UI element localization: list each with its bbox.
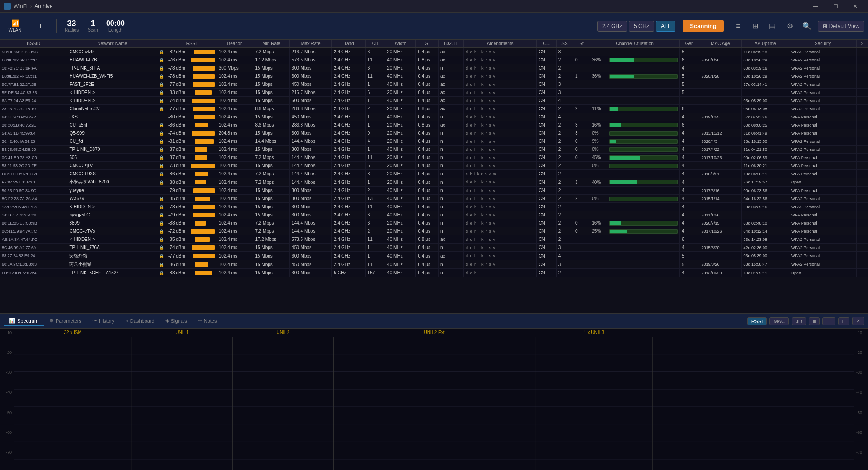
cell-ss: 2 [556, 178, 573, 187]
col-header-beacon[interactable]: Beacon [217, 40, 253, 48]
bottom-panel: 📊 Spectrum ⚙ Parameters 〜 History ○ Dash… [0, 313, 868, 470]
col-header-ch[interactable]: CH [365, 40, 385, 48]
cell-band: 2.4 GHz [332, 260, 365, 269]
rssi-view-button[interactable]: RSSI [747, 317, 767, 325]
tab-notes[interactable]: ✏ Notes [193, 316, 222, 326]
cell-beacon: 102.4 ms [217, 48, 253, 56]
search-icon[interactable]: 🔍 [800, 19, 814, 33]
cell-minrate: 8.6 Mbps [253, 121, 290, 129]
cell-bssid: 68:77:24:83:E9:24 [0, 252, 67, 260]
col-header-gen[interactable]: Gen [679, 40, 699, 48]
cell-macage [699, 64, 741, 72]
tab-parameters[interactable]: ⚙ Parameters [44, 316, 87, 326]
cell-bssid: 28:C0:1B:40:75:2E [0, 121, 67, 129]
y-axis-labels-right: -10 -20 -30 -40 -50 -60 -70 -80 -90 [854, 329, 868, 470]
table-row[interactable]: 5C:DE:34:BC:83:56 CMCC-wlz9 🔒 -82 dBm 10… [0, 48, 868, 56]
table-row[interactable]: 30:42:40:4A:54:28 CU_fkt 🔒 -81 dBm 102.4… [0, 137, 868, 146]
cell-ss: 2 [556, 154, 573, 162]
freq-all-button[interactable]: ALL [656, 21, 675, 32]
columns-icon[interactable]: ▤ [765, 19, 780, 33]
col-header-maxrate[interactable]: Max Rate [290, 40, 332, 48]
cell-beacon: 102.4 ms [217, 252, 253, 260]
maximize-button[interactable]: ☐ [826, 0, 844, 13]
rssi-bar [195, 123, 208, 127]
cell-security: Open [789, 178, 857, 187]
cell-util: 0% [590, 146, 680, 154]
cell-network: 8809 [67, 219, 157, 227]
rssi-bar [193, 213, 215, 217]
minimize-button[interactable]: — [807, 0, 825, 13]
table-row[interactable]: 9C:7F:81:22:2F:2E FAST_2F2E 🔒 -77 dBm 10… [0, 80, 868, 89]
table-row[interactable]: 0C:41:E9:94:7A:7C CMCC-eTVs 🔒 -72 dBm 10… [0, 227, 868, 235]
table-row[interactable]: 8C:F2:28:7A:2A:A4 WX679 🔒 -85 dBm 102.4 … [0, 195, 868, 203]
table-row[interactable]: 5E:DE:34:4C:83:56 <-HIDDEN-> 🔒 -83 dBm 1… [0, 89, 868, 97]
tab-signals[interactable]: ◈ Signals [160, 316, 193, 326]
table-row[interactable]: AE:1A:3A:47:64:FC <-HIDDEN-> 🔒 -85 dBm 1… [0, 235, 868, 244]
table-row[interactable]: CC:F0:FD:97:EC:70 CMCC-T9XS 🔒 -86 dBm 10… [0, 170, 868, 178]
scanning-button[interactable]: Scanning [683, 20, 724, 32]
cell-ch: 2 [365, 227, 385, 235]
table-row[interactable]: B8:8E:82:FF:1C:31 HUAWEI-LZB_Wi-Fi5 🔒 -7… [0, 72, 868, 80]
3d-view-button[interactable]: 3D [792, 317, 806, 325]
table-row[interactable]: 50:33:F0:6C:34:9C yueyue -79 dBm 102.4 m… [0, 187, 868, 195]
rssi-value: -78 dBm [168, 204, 191, 209]
cell-uptime: 03d 15:58:47 [741, 260, 789, 269]
table-row[interactable]: B8:8E:82:6F:1C:2C HUAWEI-LZB 🔒 -76 dBm 1… [0, 56, 868, 64]
table-row[interactable]: 28:C0:1B:40:75:2E CU_a5nf 🔒 -86 dBm 102.… [0, 121, 868, 129]
util-bar [610, 180, 637, 184]
cell-uptime: 11d 06:19:18 [741, 48, 789, 56]
table-row[interactable]: 0C:41:E9:78:A3:C0 505 🔒 -87 dBm 102.4 ms… [0, 154, 868, 162]
col-header-bssid[interactable]: BSSID [0, 40, 67, 48]
table-row[interactable]: D8:15:0D:FA:15:24 TP-LINK_5GHz_FA1524 🔒 … [0, 269, 868, 277]
col-header-network[interactable]: Network Name [67, 40, 157, 48]
col-header-gi[interactable]: GI [416, 40, 439, 48]
col-header-80211[interactable]: 802.11 [439, 40, 464, 48]
table-row[interactable]: 28:93:7D:A2:18:19 ChinaNet-rcCV 🔒 -77 dB… [0, 105, 868, 113]
table-row[interactable]: 6A:77:24:A3:E9:24 <-HIDDEN-> 🔒 -74 dBm 1… [0, 97, 868, 105]
cell-beacon: 102.4 ms [217, 211, 253, 219]
close-button[interactable]: ✕ [846, 0, 864, 13]
col-header-amend[interactable]: Amendments [463, 40, 536, 48]
minimize-panel-button[interactable]: — [822, 317, 835, 325]
rssi-value: -72 dBm [168, 229, 189, 234]
table-row[interactable]: 1A:F2:2C:A6:8F:FA <-HIDDEN-> 🔒 -78 dBm 1… [0, 203, 868, 211]
table-row[interactable]: 64:6E:97:B4:96:A2 JKS -80 dBm 102.4 ms 1… [0, 113, 868, 121]
col-header-macage[interactable]: MAC Age [699, 40, 741, 48]
freq-24-button[interactable]: 2.4 GHz [597, 21, 627, 32]
cell-uptime: 04d 16:32:56 [741, 195, 789, 203]
col-header-width[interactable]: Width [385, 40, 416, 48]
expand-panel-button[interactable]: □ [838, 317, 849, 325]
list-view-button[interactable]: ≡ [809, 317, 820, 325]
col-header-minrate[interactable]: Min Rate [253, 40, 290, 48]
col-header-st[interactable]: St [573, 40, 590, 48]
table-row[interactable]: 18:F2:2C:B6:8F:FA TP-LINK_8FFA 🔒 -78 dBm… [0, 64, 868, 72]
mac-view-button[interactable]: MAC [769, 317, 788, 325]
col-header-uptime[interactable]: AP Uptime [741, 40, 789, 48]
tab-history[interactable]: 〜 History [87, 315, 120, 327]
col-header-cc[interactable]: CC [537, 40, 556, 48]
col-header-security[interactable]: Security [789, 40, 857, 48]
table-row[interactable]: 14:E6:E4:43:C4:28 nyygj-5LC 🔒 -79 dBm 10… [0, 211, 868, 219]
settings-icon[interactable]: ⚙ [783, 19, 797, 33]
table-row[interactable]: 68:77:24:83:E9:24 安格外馆 🔒 -77 dBm 102.4 m… [0, 252, 868, 260]
table-row[interactable]: F2:B4:29:E1:87:01 小米共享WiFi_8700 🔒 -88 dB… [0, 178, 868, 187]
table-row[interactable]: 60:3A:7C:E3:B8:03 两只小熊猫 🔒 -86 dBm 102.4 … [0, 260, 868, 269]
pause-button[interactable]: ⏸ [30, 15, 52, 38]
table-row[interactable]: 54:75:95:C4:D8:70 TP-LINK_D870 🔒 -87 dBm… [0, 146, 868, 154]
table-row[interactable]: 80:EE:25:E8:C0:9B 8809 🔒 -88 dBm 102.4 m… [0, 219, 868, 227]
table-row[interactable]: 54:A3:1B:45:99:84 Q5-999 🔒 -74 dBm 204.8… [0, 129, 868, 137]
freq-5-button[interactable]: 5 GHz [629, 21, 654, 32]
wlan-button[interactable]: 📶 WLAN [4, 15, 26, 38]
tab-dashboard[interactable]: ○ Dashboard [120, 316, 160, 326]
col-header-rssi[interactable]: RSSI [166, 40, 217, 48]
close-panel-button[interactable]: ✕ [852, 317, 864, 325]
table-row[interactable]: 8C:46:99:A2:77:6A TP-LINK_776A 🔒 -74 dBm… [0, 244, 868, 252]
table-row[interactable]: 58:91:53:2C:2D:FE CMCC-zjLV 🔒 -73 dBm 10… [0, 162, 868, 170]
default-view-button[interactable]: ⊞ Default View [818, 21, 864, 32]
filter-icon[interactable]: ⊞ [748, 19, 763, 33]
tab-spectrum[interactable]: 📊 Spectrum [4, 316, 44, 326]
col-header-band[interactable]: Band [332, 40, 365, 48]
col-header-ss[interactable]: SS [556, 40, 573, 48]
col-header-util[interactable]: Channel Utilization [590, 40, 680, 48]
list-icon[interactable]: ≡ [731, 19, 745, 33]
